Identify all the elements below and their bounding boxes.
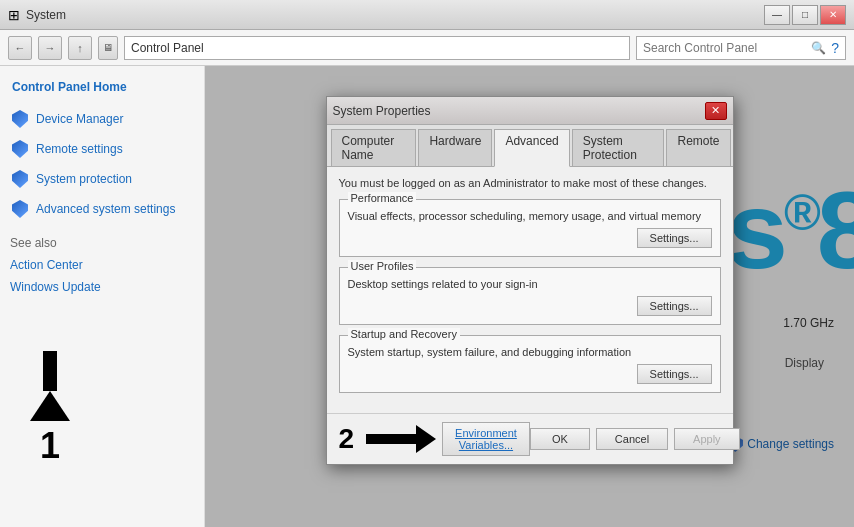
tab-computer-name[interactable]: Computer Name [331, 129, 417, 166]
dialog-action-buttons: OK Cancel Apply [530, 428, 740, 450]
apply-button[interactable]: Apply [674, 428, 740, 450]
arrow-right-annotation [366, 425, 436, 453]
main-layout: Control Panel Home Device Manager Remote… [0, 66, 854, 527]
sidebar-item-system-protection[interactable]: System protection [0, 164, 204, 194]
tab-remote[interactable]: Remote [666, 129, 730, 166]
annotation-number-2: 2 [339, 423, 355, 455]
admin-notice: You must be logged on as an Administrato… [339, 177, 721, 189]
maximize-button[interactable]: □ [792, 5, 818, 25]
ok-button[interactable]: OK [530, 428, 590, 450]
sidebar-item-label: Advanced system settings [36, 202, 175, 216]
sidebar: Control Panel Home Device Manager Remote… [0, 66, 205, 527]
advanced-system-icon [10, 199, 30, 219]
user-profiles-group: User Profiles Desktop settings related t… [339, 267, 721, 325]
window-close-button[interactable]: ✕ [820, 5, 846, 25]
back-button[interactable]: ← [8, 36, 32, 60]
dialog-bottom: 2 Environment Variables... OK Cancel App… [327, 413, 733, 464]
performance-desc: Visual effects, processor scheduling, me… [348, 210, 712, 222]
window-title: System [26, 8, 66, 22]
startup-recovery-group: Startup and Recovery System startup, sys… [339, 335, 721, 393]
annotation-number-1: 1 [30, 425, 70, 467]
annotation-1: 1 [30, 351, 70, 467]
system-properties-dialog: System Properties ✕ Computer Name Hardwa… [326, 96, 734, 465]
search-box: 🔍 ? [636, 36, 846, 60]
dialog-close-button[interactable]: ✕ [705, 102, 727, 120]
address-path[interactable]: Control Panel [124, 36, 630, 60]
see-also-label: See also [0, 224, 204, 254]
forward-button[interactable]: → [38, 36, 62, 60]
startup-recovery-settings-button[interactable]: Settings... [637, 364, 712, 384]
env-vars-area: 2 Environment Variables... [339, 422, 530, 456]
system-protection-icon [10, 169, 30, 189]
environment-variables-button[interactable]: Environment Variables... [442, 422, 530, 456]
modal-overlay: System Properties ✕ Computer Name Hardwa… [205, 66, 854, 527]
sidebar-item-label: System protection [36, 172, 132, 186]
sidebar-see-also-windows-update[interactable]: Windows Update [0, 276, 204, 298]
window-controls: — □ ✕ [764, 5, 846, 25]
cancel-button[interactable]: Cancel [596, 428, 668, 450]
search-input[interactable] [643, 41, 807, 55]
title-bar: ⊞ System — □ ✕ [0, 0, 854, 30]
user-profiles-desc: Desktop settings related to your sign-in [348, 278, 712, 290]
sidebar-see-also-action-center[interactable]: Action Center [0, 254, 204, 276]
dialog-tabs: Computer Name Hardware Advanced System P… [327, 125, 733, 167]
search-icon[interactable]: 🔍 [811, 37, 828, 59]
performance-settings-button[interactable]: Settings... [637, 228, 712, 248]
sidebar-header[interactable]: Control Panel Home [0, 76, 204, 104]
address-icon: 🖥 [98, 36, 118, 60]
sidebar-item-label: Remote settings [36, 142, 123, 156]
dialog-content: You must be logged on as an Administrato… [327, 167, 733, 413]
address-bar: ← → ↑ 🖥 Control Panel 🔍 ? [0, 30, 854, 66]
breadcrumb: Control Panel [131, 41, 204, 55]
tab-advanced[interactable]: Advanced [494, 129, 569, 167]
performance-label: Performance [348, 192, 417, 204]
dialog-title: System Properties [333, 104, 431, 118]
startup-recovery-desc: System startup, system failure, and debu… [348, 346, 712, 358]
tab-system-protection[interactable]: System Protection [572, 129, 665, 166]
tab-hardware[interactable]: Hardware [418, 129, 492, 166]
startup-recovery-label: Startup and Recovery [348, 328, 460, 340]
sidebar-item-remote-settings[interactable]: Remote settings [0, 134, 204, 164]
performance-group: Performance Visual effects, processor sc… [339, 199, 721, 257]
sidebar-item-device-manager[interactable]: Device Manager [0, 104, 204, 134]
app-icon: ⊞ [8, 7, 20, 23]
sidebar-item-advanced-system[interactable]: Advanced system settings [0, 194, 204, 224]
user-profiles-settings-button[interactable]: Settings... [637, 296, 712, 316]
content-area: indows®8 1.70 GHz Display Change setting… [205, 66, 854, 527]
minimize-button[interactable]: — [764, 5, 790, 25]
dialog-title-bar: System Properties ✕ [327, 97, 733, 125]
user-profiles-label: User Profiles [348, 260, 417, 272]
device-manager-icon [10, 109, 30, 129]
remote-settings-icon [10, 139, 30, 159]
sidebar-item-label: Device Manager [36, 112, 123, 126]
help-icon[interactable]: ? [831, 40, 839, 56]
up-button[interactable]: ↑ [68, 36, 92, 60]
